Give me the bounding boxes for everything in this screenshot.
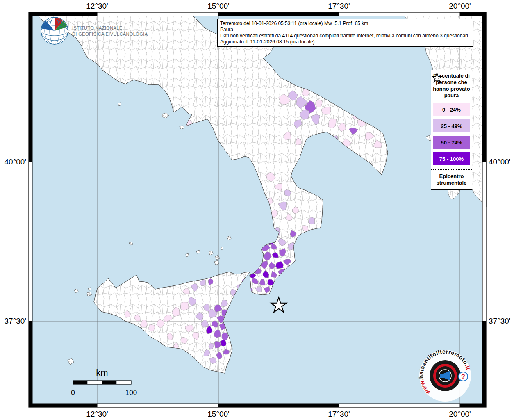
legend-item: 0 - 24% — [433, 103, 470, 116]
axis-label-right-2: 37°30' — [489, 317, 511, 326]
event-data-line: Dati non verificati estratti da 4114 que… — [220, 33, 470, 39]
axis-label-bottom-2: 15°00' — [207, 410, 230, 419]
axis-label-bottom-3: 17°30' — [328, 410, 350, 419]
axis-label-top-1: 12°30' — [86, 2, 108, 11]
event-updated-line: Aggiornato il: 11-01-2026 08:15 (ora loc… — [220, 39, 470, 45]
scale-unit-label: km — [96, 368, 108, 378]
axis-label-left-2: 37°30' — [1, 317, 26, 326]
felt-municipality — [284, 189, 291, 196]
event-title-line: Terremoto del 10-01-2026 05:53:11 (ora l… — [220, 21, 470, 27]
scale-end-label: 100 — [125, 389, 137, 397]
axis-label-bottom-4: 20°00' — [449, 410, 471, 419]
epicenter-legend-star — [432, 73, 442, 82]
axis-label-right-1: 40°00' — [489, 158, 511, 167]
axis-label-top-3: 17°30' — [328, 2, 350, 11]
epicenter-legend-title: Epicentro strumentale — [432, 173, 471, 186]
axis-label-top-4: 20°00' — [449, 2, 471, 11]
epicenter-star-symbol — [431, 72, 443, 83]
legend-item: 50 - 74% — [433, 136, 470, 149]
legend-items: 0 - 24%25 - 49%50 - 74%75 - 100% — [431, 103, 472, 169]
axis-label-top-2: 15°00' — [207, 2, 230, 11]
scale-start-label: 0 — [71, 389, 75, 397]
axis-label-bottom-1: 12°30' — [86, 410, 108, 419]
epicenter-legend: Epicentro strumentale — [431, 169, 472, 189]
shakemap-page: km 0 100 ISTITUTO NAZIONALE DI — [0, 0, 514, 420]
axis-label-left-1: 40°00' — [1, 158, 26, 167]
map-canvas: km 0 100 ISTITUTO NAZIONALE DI — [0, 0, 514, 420]
legend: Percentuale di persone che hanno provato… — [431, 70, 472, 190]
event-info-box: Terremoto del 10-01-2026 05:53:11 (ora l… — [217, 19, 473, 47]
event-effect-line: Paura — [220, 27, 470, 33]
ingv-name-line2: DI GEOFISICA E VULCANOLOGIA — [72, 32, 148, 37]
ingv-name-line1: ISTITUTO NAZIONALE — [72, 25, 123, 30]
legend-item: 25 - 49% — [433, 119, 470, 132]
hsit-question-mark: ? — [461, 373, 465, 380]
legend-item: 75 - 100% — [433, 152, 470, 165]
